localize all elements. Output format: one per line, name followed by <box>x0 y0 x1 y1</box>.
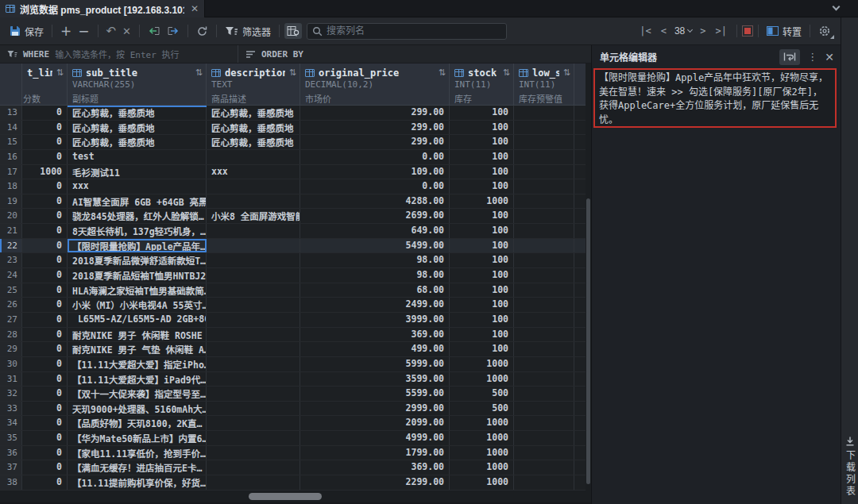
cell-low_stock[interactable] <box>514 431 574 445</box>
row-number[interactable]: 14 <box>0 121 22 135</box>
row-number[interactable]: 31 <box>0 372 22 387</box>
cell-description[interactable]: 匠心剪裁，垂感质地 <box>207 121 300 135</box>
cell-low_stock[interactable] <box>514 446 574 460</box>
cell-description[interactable]: 匠心剪裁，垂感质地 <box>207 106 300 120</box>
word-wrap-button[interactable] <box>779 49 800 65</box>
cell-low_stock[interactable] <box>514 194 574 209</box>
cell-description[interactable] <box>207 239 300 253</box>
column-header-original_price[interactable]: original_price⇅DECIMAL(10,2)市场价 <box>300 63 450 105</box>
where-filter-input[interactable]: WHERE 输入筛选条件，按 Enter 执行 <box>0 45 238 63</box>
cell-original_price[interactable]: 2999.00 <box>300 402 450 416</box>
cell-stock[interactable]: 100 <box>450 135 514 149</box>
undo-icon[interactable]: ↶ <box>106 24 117 38</box>
cell-stock[interactable]: 100 <box>450 209 514 223</box>
cell-low_stock[interactable] <box>514 387 574 401</box>
cell-original_price[interactable]: 5599.00 <box>300 387 450 401</box>
row-number[interactable]: 30 <box>0 357 22 371</box>
cell-original_price[interactable]: 649.00 <box>300 224 450 238</box>
order-by-input[interactable]: ORDER BY <box>238 45 591 63</box>
row-number[interactable]: 32 <box>0 387 22 401</box>
sort-icon[interactable]: ⇅ <box>289 67 296 78</box>
cell-t_limit[interactable]: 0 <box>22 431 68 445</box>
cell-sub_title[interactable]: 匠心剪裁，垂感质地 <box>68 121 207 135</box>
row-number[interactable]: 29 <box>0 342 22 356</box>
add-row-button[interactable]: + <box>60 23 72 39</box>
cell-sub_title[interactable]: 【华为Mate50新品上市】内置6… <box>68 431 207 445</box>
row-number[interactable]: 35 <box>0 431 22 445</box>
tab-browse-data[interactable]: 浏览数据 pms_product [192.168.3.101:3306] ✕ <box>0 0 205 17</box>
cell-sub_title[interactable]: 【11.11大爱超大爱】iPad9代… <box>68 372 207 387</box>
cell-t_limit[interactable]: 0 <box>22 121 68 135</box>
cell-t_limit[interactable]: 0 <box>22 416 68 430</box>
cell-original_price[interactable]: 3599.00 <box>300 372 450 387</box>
cell-t_limit[interactable]: 0 <box>22 194 68 209</box>
next-page-icon[interactable]: > <box>700 25 705 37</box>
cell-low_stock[interactable] <box>514 342 574 356</box>
cell-original_price[interactable]: 299.00 <box>300 121 450 135</box>
cell-t_limit[interactable]: 0 <box>22 446 68 460</box>
cell-original_price[interactable]: 4999.00 <box>300 431 450 445</box>
column-view-toggle-button[interactable] <box>284 23 302 39</box>
fetch-size-dropdown[interactable]: 38 <box>674 25 692 37</box>
cell-t_limit[interactable]: 0 <box>22 357 68 371</box>
cell-t_limit[interactable]: 0 <box>22 402 68 416</box>
cell-low_stock[interactable] <box>514 135 574 149</box>
row-number[interactable]: 15 <box>0 135 22 149</box>
search-input[interactable] <box>327 25 501 37</box>
refresh-button[interactable] <box>196 25 208 37</box>
cell-sub_title[interactable]: L65M5-AZ/L65M5-AD 2GB+8G… <box>68 313 207 327</box>
sort-icon[interactable]: ⇅ <box>439 67 446 78</box>
cell-sub_title[interactable]: 【限时限量抢购】Apple产品年… <box>68 239 207 253</box>
cell-sub_title[interactable]: AI智慧全面屏 6GB +64GB 亮黑… <box>68 194 207 209</box>
cell-description[interactable] <box>207 224 300 238</box>
sort-icon[interactable]: ⇅ <box>563 67 570 78</box>
sort-icon[interactable]: ⇅ <box>56 67 64 78</box>
cell-low_stock[interactable] <box>514 357 574 371</box>
cell-t_limit[interactable]: 0 <box>22 268 68 283</box>
cell-stock[interactable]: 100 <box>450 106 514 120</box>
cell-sub_title[interactable]: 小米（MI）小米电视4A 55英寸… <box>68 298 207 312</box>
cell-description[interactable] <box>207 357 300 371</box>
cell-description[interactable] <box>207 328 300 342</box>
cell-stock[interactable]: 100 <box>450 121 514 135</box>
cell-value-editor[interactable]: 【限时限量抢购】Apple产品年中狂欢节，好物尽享，美在智慧！速来 >> 勾选[… <box>593 68 837 128</box>
row-number[interactable]: 21 <box>0 224 22 238</box>
row-number[interactable]: 23 <box>0 253 22 267</box>
close-icon[interactable]: ✕ <box>191 3 199 14</box>
cell-stock[interactable]: 1000 <box>450 431 514 445</box>
cell-original_price[interactable]: 369.00 <box>300 460 450 475</box>
cell-t_limit[interactable]: 0 <box>22 342 68 356</box>
horizontal-scrollbar-thumb[interactable] <box>249 493 322 500</box>
cell-stock[interactable]: 100 <box>450 239 514 253</box>
cell-t_limit[interactable]: 0 <box>22 239 68 253</box>
cell-original_price[interactable]: 98.00 <box>300 253 450 267</box>
cell-description[interactable]: 小米8 全面屏游戏智能手机 6G… <box>207 209 300 223</box>
cell-description[interactable] <box>207 446 300 460</box>
delete-row-button[interactable]: − <box>78 23 89 39</box>
cell-original_price[interactable]: 5499.00 <box>300 239 450 253</box>
cell-original_price[interactable]: 0.00 <box>300 150 450 164</box>
cell-low_stock[interactable] <box>514 179 574 194</box>
cell-original_price[interactable]: 2499.00 <box>300 298 450 312</box>
cell-t_limit[interactable]: 0 <box>22 328 68 342</box>
cell-t_limit[interactable]: 0 <box>22 209 68 223</box>
transpose-button[interactable]: 转置 <box>767 25 802 38</box>
row-number[interactable]: 33 <box>0 402 22 416</box>
row-number[interactable]: 19 <box>0 194 22 209</box>
download-list-button[interactable]: 下载列表 <box>841 436 858 498</box>
cell-sub_title[interactable]: 【家电11.11享低价，抢到手价… <box>68 446 207 460</box>
cell-description[interactable] <box>207 298 300 312</box>
cell-t_limit[interactable]: 0 <box>22 135 68 149</box>
cell-original_price[interactable]: 5999.00 <box>300 357 450 371</box>
cell-t_limit[interactable]: 0 <box>22 475 68 490</box>
vertical-scrollbar-thumb[interactable] <box>586 198 590 484</box>
cell-low_stock[interactable] <box>514 253 574 267</box>
cell-stock[interactable]: 500 <box>450 387 514 401</box>
row-number[interactable]: 17 <box>0 165 22 179</box>
sort-icon[interactable]: ⇅ <box>195 67 203 78</box>
cell-sub_title[interactable]: 【双十一大促来袭】指定型号至… <box>68 387 207 401</box>
cell-low_stock[interactable] <box>514 239 574 253</box>
cell-sub_title[interactable]: test <box>68 150 207 164</box>
cell-description[interactable] <box>207 372 300 387</box>
cell-description[interactable] <box>207 416 300 430</box>
